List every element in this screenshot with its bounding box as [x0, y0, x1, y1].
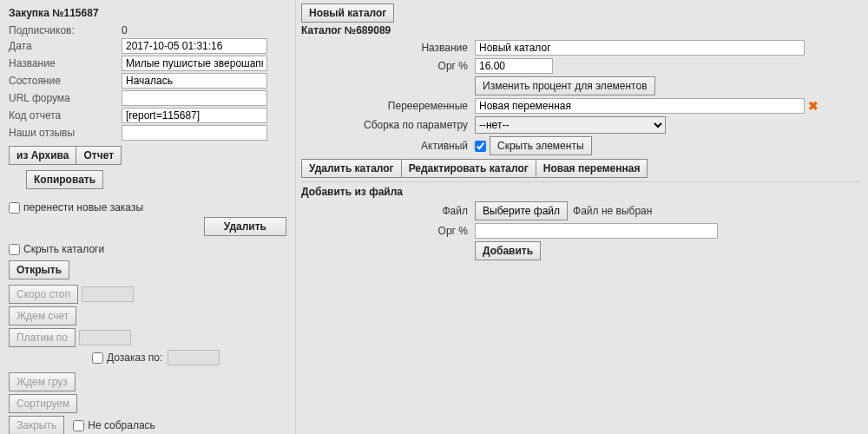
close-button[interactable]: Закрыть	[9, 416, 64, 434]
catalog-title: Каталог №689089	[301, 24, 859, 36]
state-label: Состояние	[9, 75, 122, 87]
new-catalog-button[interactable]: Новый каталог	[301, 3, 394, 23]
hide-catalogs-checkbox[interactable]	[9, 244, 20, 255]
cat-name-label: Название	[301, 42, 475, 54]
reorder-by-checkbox[interactable]	[92, 352, 103, 364]
soon-stop-input[interactable]	[82, 286, 134, 302]
date-input[interactable]	[122, 38, 267, 54]
reviews-input[interactable]	[122, 125, 267, 141]
add-button[interactable]: Добавить	[475, 241, 541, 260]
file-org-input[interactable]	[475, 223, 718, 239]
pay-by-button[interactable]: Платим по	[9, 328, 76, 347]
delete-variable-icon[interactable]: ✖	[808, 99, 819, 113]
subscribers-value: 0	[122, 24, 286, 36]
not-collected-label: Не собралась	[88, 419, 155, 431]
no-file-text: Файл не выбран	[573, 205, 652, 217]
cat-org-label: Орг %	[301, 60, 475, 72]
new-variable-button[interactable]: Новая переменная	[536, 159, 648, 178]
reorder-by-label: Дозаказ по:	[107, 352, 162, 364]
change-percent-button[interactable]: Изменить процент для элементов	[475, 76, 655, 95]
pay-by-input[interactable]	[79, 330, 131, 345]
report-code-input[interactable]	[122, 108, 267, 123]
sorting-button[interactable]: Сортируем	[9, 394, 77, 413]
variables-label: Перееременные	[301, 100, 475, 112]
assembly-label: Сборка по параметру	[301, 119, 475, 131]
file-label: Файл	[301, 205, 475, 217]
wait-cargo-button[interactable]: Ждем груз	[9, 372, 76, 391]
name-label: Название	[9, 57, 122, 69]
move-orders-label: перенести новые заказы	[23, 201, 143, 214]
copy-button[interactable]: Копировать	[26, 170, 103, 189]
date-label: Дата	[9, 40, 122, 52]
report-code-label: Код отчета	[9, 109, 122, 122]
hide-elements-button[interactable]: Скрыть элементы	[490, 136, 592, 155]
forum-label: URL форума	[9, 92, 122, 104]
cat-org-input[interactable]	[475, 58, 553, 74]
state-input[interactable]	[122, 73, 267, 89]
edit-catalog-button[interactable]: Редактировать каталог	[401, 159, 536, 178]
delete-catalog-button[interactable]: Удалить каталог	[301, 159, 402, 178]
delete-button[interactable]: Удалить	[204, 217, 286, 236]
soon-stop-button[interactable]: Скоро стоп	[9, 285, 78, 304]
add-file-title: Добавить из файла	[301, 186, 859, 198]
cat-name-input[interactable]	[475, 40, 805, 56]
purchase-title: Закупка №115687	[9, 7, 286, 19]
variables-input[interactable]	[475, 98, 805, 114]
move-orders-checkbox[interactable]	[9, 202, 20, 214]
reviews-label: Наши отзывы	[9, 127, 122, 139]
name-input[interactable]	[122, 56, 267, 71]
file-org-label: Орг %	[301, 225, 475, 237]
active-checkbox[interactable]	[475, 141, 486, 152]
open-button[interactable]: Открыть	[9, 260, 69, 279]
not-collected-checkbox[interactable]	[73, 420, 84, 431]
wait-bill-button[interactable]: Ждем счет	[9, 306, 76, 326]
from-archive-button[interactable]: из Архива	[9, 146, 76, 165]
active-label: Активный	[301, 140, 475, 152]
forum-input[interactable]	[122, 90, 267, 106]
assembly-select[interactable]: --нет--	[475, 116, 666, 134]
report-button[interactable]: Отчет	[76, 146, 122, 165]
choose-file-button[interactable]: Выберите файл	[475, 201, 568, 220]
hide-catalogs-label: Скрыть каталоги	[23, 243, 104, 255]
subscribers-label: Подписчиков:	[9, 24, 122, 36]
reorder-by-input[interactable]	[168, 350, 220, 365]
